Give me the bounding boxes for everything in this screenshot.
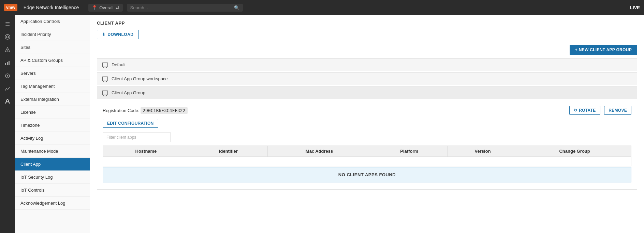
sidebar-item-iot-security-log[interactable]: IoT Security Log bbox=[15, 171, 90, 184]
rotate-icon: ↻ bbox=[574, 108, 577, 113]
sidebar-item-timezone[interactable]: Timezone bbox=[15, 119, 90, 132]
group-label-default: Default bbox=[112, 62, 126, 67]
search-bar[interactable]: 🔍 bbox=[127, 4, 243, 12]
sidebar-item-ap-custom-groups[interactable]: AP & Custom Groups bbox=[15, 54, 90, 67]
app-title: Edge Network Intelligence bbox=[24, 5, 79, 10]
trend-icon[interactable] bbox=[2, 83, 13, 94]
col-mac-address: Mac Address bbox=[267, 146, 371, 157]
monitor-icon-default bbox=[102, 63, 108, 67]
sidebar-item-maintenance-mode[interactable]: Maintenance Mode bbox=[15, 145, 90, 158]
svg-point-1 bbox=[6, 36, 9, 38]
network-icon[interactable] bbox=[2, 31, 13, 42]
sidebar-item-iot-controls[interactable]: IoT Controls bbox=[15, 184, 90, 197]
page-title: CLIENT APP bbox=[97, 20, 637, 26]
sidebar-item-acknowledgement-log[interactable]: Acknowledgement Log bbox=[15, 197, 90, 210]
group-row-default[interactable]: Default bbox=[97, 58, 637, 71]
sidebar-item-incident-priority[interactable]: Incident Priority bbox=[15, 28, 90, 41]
sidebar-item-license[interactable]: License bbox=[15, 106, 90, 119]
sidebar-item-servers[interactable]: Servers bbox=[15, 67, 90, 80]
topbar: vmw Edge Network Intelligence 📍 Overall … bbox=[0, 0, 644, 15]
search-icon: 🔍 bbox=[234, 5, 239, 10]
empty-row bbox=[103, 157, 631, 166]
sidebar-item-sites[interactable]: Sites bbox=[15, 41, 90, 54]
location-label: Overall bbox=[99, 5, 113, 10]
filter-client-apps-input[interactable] bbox=[103, 133, 171, 142]
group-label-client-app: Client App Group bbox=[112, 90, 145, 95]
new-client-app-group-button[interactable]: + NEW CLIENT APP GROUP bbox=[570, 45, 637, 55]
menu-icon[interactable]: ☰ bbox=[2, 18, 13, 29]
col-version: Version bbox=[448, 146, 518, 157]
monitor-icon-client-app bbox=[102, 91, 108, 95]
groups-header: + NEW CLIENT APP GROUP bbox=[97, 43, 637, 55]
col-change-group: Change Group bbox=[518, 146, 631, 157]
client-apps-table: Hostname Identifier Mac Address Platform… bbox=[103, 146, 631, 166]
sidebar-item-client-app[interactable]: Client App bbox=[15, 158, 90, 171]
group-row-workspace[interactable]: Client App Group workspace bbox=[97, 72, 637, 85]
reg-code-value: 290C1B6F3C4FF322 bbox=[141, 107, 187, 114]
edit-configuration-button[interactable]: EDIT CONFIGURATION bbox=[103, 119, 158, 128]
col-hostname: Hostname bbox=[103, 146, 189, 157]
action-btns-row: EDIT CONFIGURATION bbox=[103, 119, 631, 128]
vmw-logo: vmw bbox=[4, 4, 17, 11]
reg-code-area: Registration Code: 290C1B6F3C4FF322 bbox=[103, 108, 188, 113]
sidebar-item-tag-management[interactable]: Tag Management bbox=[15, 80, 90, 93]
reg-code-row: Registration Code: 290C1B6F3C4FF322 ↻ RO… bbox=[103, 106, 631, 115]
svg-rect-6 bbox=[9, 61, 10, 65]
sidebar-item-application-controls[interactable]: Application Controls bbox=[15, 15, 90, 28]
download-icon: ⬇ bbox=[102, 32, 106, 37]
remove-button[interactable]: REMOVE bbox=[604, 106, 631, 115]
svg-rect-5 bbox=[7, 62, 8, 65]
search-input[interactable] bbox=[130, 5, 231, 10]
svg-point-8 bbox=[7, 75, 8, 77]
rotate-remove-btns: ↻ ROTATE REMOVE bbox=[569, 106, 631, 115]
user-icon[interactable] bbox=[2, 96, 13, 107]
circle-icon[interactable] bbox=[2, 70, 13, 81]
monitor-icon-workspace bbox=[102, 77, 108, 81]
svg-rect-4 bbox=[5, 63, 6, 65]
group-row-client-app-group[interactable]: Client App Group bbox=[97, 86, 637, 99]
col-platform: Platform bbox=[371, 146, 448, 157]
group-label-workspace: Client App Group workspace bbox=[112, 76, 168, 81]
svg-point-3 bbox=[7, 51, 8, 51]
location-pin-icon: 📍 bbox=[92, 5, 97, 10]
alert-icon[interactable] bbox=[2, 44, 13, 55]
swap-icon: ⇄ bbox=[116, 5, 119, 10]
icon-sidebar: ☰ bbox=[0, 15, 15, 233]
live-label: LIVE bbox=[630, 5, 640, 10]
col-identifier: Identifier bbox=[189, 146, 267, 157]
chart-icon[interactable] bbox=[2, 57, 13, 68]
location-selector[interactable]: 📍 Overall ⇄ bbox=[88, 4, 122, 12]
sidebar-item-activity-log[interactable]: Activity Log bbox=[15, 132, 90, 145]
main-content: CLIENT APP ⬇ DOWNLOAD + NEW CLIENT APP G… bbox=[90, 15, 644, 233]
expanded-section: Registration Code: 290C1B6F3C4FF322 ↻ RO… bbox=[97, 100, 637, 190]
download-button[interactable]: ⬇ DOWNLOAD bbox=[97, 30, 139, 39]
sidebar-item-external-integration[interactable]: External Integration bbox=[15, 93, 90, 106]
rotate-button[interactable]: ↻ ROTATE bbox=[569, 106, 600, 115]
no-apps-message: NO CLIENT APPS FOUND bbox=[103, 167, 631, 182]
app-layout: ☰ Application Controls Incident Priority… bbox=[0, 15, 644, 233]
text-sidebar: Application Controls Incident Priority S… bbox=[15, 15, 90, 233]
svg-point-0 bbox=[5, 35, 10, 39]
reg-code-label: Registration Code: bbox=[103, 108, 140, 113]
